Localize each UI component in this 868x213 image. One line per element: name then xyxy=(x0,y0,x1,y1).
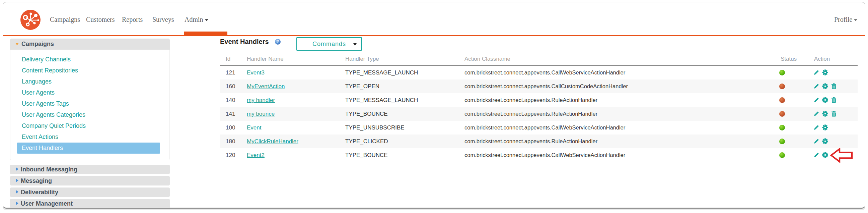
event-handlers-table: Id Handler Name Handler Type Action Clas… xyxy=(220,55,858,162)
section-label: Deliverability xyxy=(10,187,170,197)
table-row: 160 MyEventAction TYPE_OPEN com.brickstr… xyxy=(220,80,858,93)
settings-gear-icon[interactable] xyxy=(822,138,828,144)
column-header-status: Status xyxy=(781,56,797,62)
table-body: 121 Event3 TYPE_MESSAGE_LAUNCH com.brick… xyxy=(220,66,858,162)
cell-action-classname: com.brickstreet.connect.appevents.RuleAc… xyxy=(464,93,597,107)
settings-gear-icon[interactable] xyxy=(822,111,828,117)
cell-action-classname: com.brickstreet.connect.appevents.RuleAc… xyxy=(464,134,597,148)
cell-handler-type: TYPE_BOUNCE xyxy=(345,148,388,162)
sidebar-item-user-agents-tags[interactable]: User Agents Tags xyxy=(10,98,169,109)
status-indicator xyxy=(779,83,785,89)
chevron-down-icon xyxy=(353,43,356,46)
settings-gear-icon[interactable] xyxy=(822,83,828,89)
handler-name-link[interactable]: Event3 xyxy=(247,66,265,80)
cell-id: 141 xyxy=(226,107,235,121)
sidebar-section-user-management[interactable]: User Management xyxy=(10,199,170,208)
handler-name-link[interactable]: my bounce xyxy=(247,107,275,121)
sidebar-item-user-agents[interactable]: User Agents xyxy=(10,87,169,98)
column-header-id: Id xyxy=(226,56,230,62)
section-label: Inbound Messaging xyxy=(10,165,170,174)
triangle-right-icon xyxy=(16,190,19,193)
app-window: Campaigns Customers Reports Surveys Admi… xyxy=(3,2,865,209)
status-indicator xyxy=(779,97,785,103)
triangle-right-icon xyxy=(16,179,19,182)
commands-label: Commands xyxy=(297,38,361,50)
status-indicator xyxy=(779,152,785,158)
settings-gear-icon[interactable] xyxy=(822,152,828,158)
sidebar-item-event-actions[interactable]: Event Actions xyxy=(10,132,169,142)
edit-icon[interactable] xyxy=(813,97,819,103)
spacer xyxy=(10,160,170,163)
sidebar-section-deliverability[interactable]: Deliverability xyxy=(10,187,170,197)
nav-item-surveys[interactable]: Surveys xyxy=(152,16,174,24)
status-indicator xyxy=(779,125,785,131)
chevron-down-icon xyxy=(854,19,857,21)
sidebar-item-event-handlers[interactable]: Event Handlers xyxy=(17,142,160,154)
cell-handler-type: TYPE_OPEN xyxy=(345,80,379,93)
delete-trash-icon[interactable] xyxy=(831,111,837,117)
cell-id: 100 xyxy=(226,121,235,134)
nav-item-customers[interactable]: Customers xyxy=(86,16,115,24)
column-header-action: Action xyxy=(814,56,830,62)
sidebar-section-messaging[interactable]: Messaging xyxy=(10,176,170,186)
sidebar-item-company-quiet-periods[interactable]: Company Quiet Periods xyxy=(10,121,169,132)
profile-menu[interactable]: Profile xyxy=(834,16,857,24)
cell-id: 160 xyxy=(226,80,235,93)
status-indicator xyxy=(779,111,785,117)
delete-trash-icon[interactable] xyxy=(831,83,837,89)
handler-name-link[interactable]: MyClickRuleHandler xyxy=(247,134,299,148)
status-indicator xyxy=(779,138,785,144)
triangle-right-icon xyxy=(16,202,19,205)
nav-divider xyxy=(3,35,865,36)
handler-name-link[interactable]: Event2 xyxy=(247,148,265,162)
handler-name-link[interactable]: my handler xyxy=(247,93,275,107)
status-indicator xyxy=(779,70,785,76)
sidebar-section-campaigns[interactable]: Campaigns xyxy=(10,38,170,50)
cell-handler-type: TYPE_BOUNCE xyxy=(345,107,388,121)
nav-item-admin[interactable]: Admin xyxy=(185,16,208,24)
delete-trash-icon[interactable] xyxy=(831,97,837,103)
cell-id: 140 xyxy=(226,93,235,107)
triangle-right-icon xyxy=(16,167,19,171)
sidebar-section-inbound-messaging[interactable]: Inbound Messaging xyxy=(10,165,170,174)
table-row: 140 my handler TYPE_MESSAGE_LAUNCH com.b… xyxy=(220,93,858,107)
cell-handler-type: TYPE_MESSAGE_LAUNCH xyxy=(345,93,418,107)
sidebar-item-content-repositories[interactable]: Content Repositories xyxy=(10,65,169,76)
edit-icon[interactable] xyxy=(813,125,819,131)
edit-icon[interactable] xyxy=(813,70,819,76)
settings-gear-icon[interactable] xyxy=(822,125,828,131)
sidebar-campaigns-panel: Delivery Channels Content Repositories L… xyxy=(10,50,170,160)
section-label: User Management xyxy=(10,199,170,208)
cell-action-classname: com.brickstreet.connect.appevents.CallWe… xyxy=(464,148,625,162)
handler-name-link[interactable]: Event xyxy=(247,121,261,134)
edit-icon[interactable] xyxy=(813,152,819,158)
triangle-down-icon xyxy=(16,43,19,45)
top-navigation: Campaigns Customers Reports Surveys Admi… xyxy=(3,2,865,35)
sidebar-item-user-agents-categories[interactable]: User Agents Categories xyxy=(10,109,169,121)
annotation-arrow-left-icon xyxy=(830,148,853,163)
column-header-handler-type: Handler Type xyxy=(345,56,379,62)
settings-gear-icon[interactable] xyxy=(822,97,828,103)
nav-item-reports[interactable]: Reports xyxy=(122,16,143,24)
nav-item-campaigns[interactable]: Campaigns xyxy=(50,16,80,24)
active-tab-indicator xyxy=(184,31,227,36)
page-title: Event Handlers xyxy=(220,38,269,46)
handler-name-link[interactable]: MyEventAction xyxy=(247,80,285,93)
sidebar-item-languages[interactable]: Languages xyxy=(10,76,169,87)
table-row: 120 Event2 TYPE_BOUNCE com.brickstreet.c… xyxy=(220,148,858,162)
edit-icon[interactable] xyxy=(813,138,819,144)
edit-icon[interactable] xyxy=(813,83,819,89)
column-header-handler-name: Handler Name xyxy=(247,56,284,62)
brand-logo-icon[interactable] xyxy=(21,10,40,30)
settings-gear-icon[interactable] xyxy=(822,70,828,76)
column-header-action-classname: Action Classname xyxy=(464,56,510,62)
edit-icon[interactable] xyxy=(813,111,819,117)
cell-handler-type: TYPE_UNSUBSCRIBE xyxy=(345,121,405,134)
nav-admin-label: Admin xyxy=(185,16,203,23)
sidebar-item-delivery-channels[interactable]: Delivery Channels xyxy=(10,54,169,65)
cell-id: 121 xyxy=(226,66,235,80)
table-row: 100 Event TYPE_UNSUBSCRIBE com.brickstre… xyxy=(220,121,858,134)
cell-action-classname: com.brickstreet.connect.appevents.RuleAc… xyxy=(464,107,597,121)
help-icon[interactable]: ? xyxy=(275,39,281,45)
commands-dropdown[interactable]: Commands xyxy=(297,37,362,51)
